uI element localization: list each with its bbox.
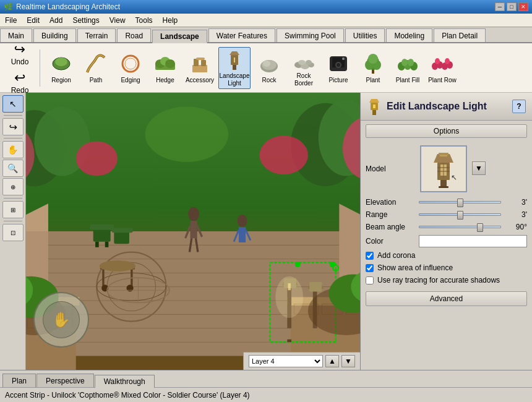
add-corona-row: Add corona <box>361 249 532 262</box>
plant-fill-label: Plant Fill <box>396 77 419 84</box>
edging-icon <box>119 52 142 75</box>
svg-marker-14 <box>230 51 239 55</box>
tab-swimming-pool[interactable]: Swimming Pool <box>277 28 344 42</box>
tool-plant-row[interactable]: Plant Row <box>426 47 458 89</box>
elevation-thumb[interactable] <box>457 199 463 207</box>
options-tab[interactable]: Options <box>366 124 527 138</box>
menu-file[interactable]: File <box>0 14 22 27</box>
svg-point-33 <box>368 54 378 64</box>
ray-tracing-label[interactable]: Use ray tracing for accurate shadows <box>377 276 500 284</box>
picture-icon <box>327 52 350 75</box>
left-divider-1 <box>4 115 22 116</box>
zoom-area-tool[interactable]: ⊕ <box>2 178 24 195</box>
layer-up-button[interactable]: ▲ <box>325 355 339 367</box>
select-tool[interactable]: ↖ <box>2 95 24 113</box>
toolbar-divider-1 <box>40 49 40 87</box>
statusbar: Accent Strip - Unilock 'Copthome® Mixed … <box>0 387 532 402</box>
color-picker[interactable] <box>419 235 527 247</box>
tool-picture[interactable]: Picture <box>322 47 354 89</box>
show-area-label[interactable]: Show area of influence <box>377 263 453 272</box>
help-button[interactable]: ? <box>512 100 526 113</box>
show-area-checkbox[interactable] <box>366 264 374 272</box>
svg-rect-91 <box>191 221 197 238</box>
tab-water-features[interactable]: Water Features <box>208 28 275 42</box>
extra-tool[interactable]: ⊡ <box>2 224 24 241</box>
viewport[interactable]: ✋ Layer 4 Layer 1 Layer 2 Layer 3 Layer … <box>26 93 360 370</box>
tab-plan-detail[interactable]: Plan Detail <box>434 28 486 42</box>
menu-add[interactable]: Add <box>45 14 67 27</box>
svg-point-122 <box>100 260 135 272</box>
svg-rect-85 <box>90 225 114 230</box>
range-slider[interactable] <box>419 210 501 219</box>
menu-edit[interactable]: Edit <box>22 14 45 27</box>
menu-view[interactable]: View <box>105 14 131 27</box>
grid-tool[interactable]: ⊞ <box>2 201 24 218</box>
left-divider-2 <box>4 138 22 139</box>
tab-building[interactable]: Building <box>33 28 76 42</box>
tab-walkthrough[interactable]: Walkthrough <box>95 375 155 388</box>
model-section: Model <box>361 142 532 196</box>
ray-tracing-checkbox[interactable] <box>366 276 374 284</box>
tab-road[interactable]: Road <box>117 28 151 42</box>
maximize-button[interactable]: □ <box>507 2 517 11</box>
undo-label: Undo <box>11 58 29 66</box>
menu-help[interactable]: Help <box>158 14 183 27</box>
elevation-slider[interactable] <box>419 198 501 207</box>
range-value: 3' <box>505 210 527 219</box>
layer-down-button[interactable]: ▼ <box>341 355 355 367</box>
tab-terrain[interactable]: Terrain <box>77 28 116 42</box>
tab-plan[interactable]: Plan <box>2 374 36 387</box>
zoom-tool[interactable]: 🔍 <box>2 160 24 177</box>
tool-accessory[interactable]: Accessory <box>184 47 216 89</box>
beam-angle-thumb[interactable] <box>477 223 483 232</box>
region-label: Region <box>51 77 71 84</box>
beam-angle-slider[interactable] <box>419 223 501 231</box>
tab-modeling[interactable]: Modeling <box>386 28 432 42</box>
tab-perspective[interactable]: Perspective <box>36 374 94 387</box>
add-corona-label[interactable]: Add corona <box>377 251 415 260</box>
tool-plant-fill[interactable]: Plant Fill <box>392 47 424 89</box>
panel-spacer <box>361 309 532 370</box>
svg-rect-107 <box>287 340 291 342</box>
plant-label: Plant <box>366 77 380 84</box>
redo-button[interactable]: ↩ Redo <box>6 69 33 96</box>
tool-plant[interactable]: Plant <box>357 47 389 89</box>
tab-utilities[interactable]: Utilities <box>345 28 385 42</box>
tool-region[interactable]: Region <box>45 47 77 89</box>
tool-hedge[interactable]: Hedge <box>149 47 181 89</box>
svg-point-90 <box>188 207 199 221</box>
minimap: ✋ <box>33 292 89 348</box>
edit-title: Edit Landscape Light <box>387 101 507 112</box>
tool-rock-border[interactable]: Rock Border <box>288 47 320 89</box>
advanced-button[interactable]: Advanced <box>366 291 527 306</box>
region-icon <box>49 52 73 75</box>
tool-path[interactable]: Path <box>80 47 112 89</box>
minimize-button[interactable]: ─ <box>495 2 505 11</box>
svg-point-18 <box>263 61 270 67</box>
tab-landscape[interactable]: Landscape <box>152 30 207 43</box>
svg-point-22 <box>298 60 306 65</box>
path-icon <box>84 52 108 75</box>
pan-tool[interactable]: ✋ <box>2 141 24 158</box>
tool-rock[interactable]: Rock <box>253 47 285 89</box>
svg-point-52 <box>76 141 118 176</box>
path-label: Path <box>90 77 103 84</box>
lamp-icon <box>367 96 382 116</box>
edit-header: Edit Landscape Light ? <box>361 93 532 121</box>
undo-button[interactable]: ↩ Undo <box>6 40 33 67</box>
window-controls[interactable]: ─ □ ✕ <box>495 2 528 11</box>
menu-settings[interactable]: Settings <box>67 14 104 27</box>
tool-landscape-light[interactable]: Landscape Light <box>218 47 251 89</box>
model-dropdown[interactable]: ▼ <box>472 161 486 175</box>
svg-rect-11 <box>201 60 206 66</box>
undo-tool[interactable]: ↩ <box>2 118 24 135</box>
layer-select[interactable]: Layer 4 Layer 1 Layer 2 Layer 3 Layer 5 <box>249 355 323 367</box>
model-preview[interactable]: ↖ <box>420 145 467 192</box>
menubar: File Edit Add Settings View Tools Help <box>0 14 532 27</box>
menu-tools[interactable]: Tools <box>131 14 158 27</box>
svg-point-101 <box>295 262 301 267</box>
tool-edging[interactable]: Edging <box>114 47 147 89</box>
add-corona-checkbox[interactable] <box>366 252 374 260</box>
range-thumb[interactable] <box>457 211 463 220</box>
close-button[interactable]: ✕ <box>518 2 528 11</box>
